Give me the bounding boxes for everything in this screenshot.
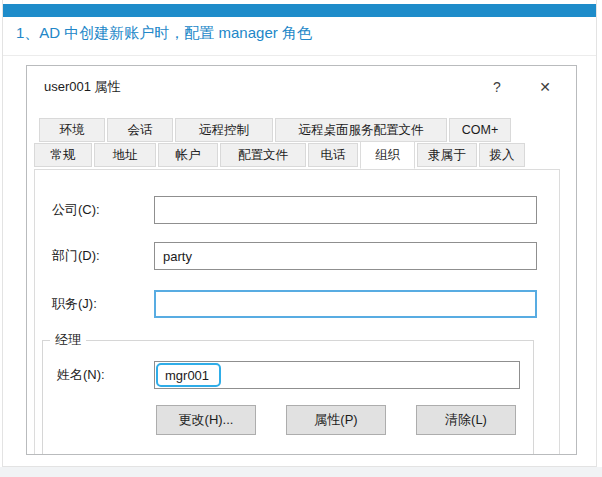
tab-general[interactable]: 常规: [34, 143, 92, 167]
tab-organization[interactable]: 组织: [360, 141, 415, 169]
titlebar-controls: ? ✕: [486, 76, 556, 98]
company-input[interactable]: [154, 196, 537, 224]
heading-separator: [3, 55, 596, 56]
tab-telephones[interactable]: 电话: [308, 143, 358, 167]
manager-group: 经理 姓名(N): mgr001 更改(H)... 属性(P) 清除(L): [42, 331, 534, 455]
company-field-row: 公司(C):: [52, 196, 559, 224]
department-field-row: 部门(D):: [52, 242, 559, 270]
tab-content-pane: 公司(C): 部门(D): 职务(J): 经理 姓名(N): mgr001: [34, 169, 560, 455]
properties-button[interactable]: 属性(P): [286, 405, 386, 435]
tab-environment[interactable]: 环境: [39, 118, 105, 142]
tab-address[interactable]: 地址: [94, 143, 156, 167]
accent-bar: [3, 4, 596, 17]
section-heading: 1、AD 中创建新账户时，配置 manager 角色: [16, 24, 312, 43]
manager-buttons-row: 更改(H)... 属性(P) 清除(L): [156, 405, 533, 435]
properties-dialog: user001 属性 ? ✕ 环境 会话 远程控制 远程桌面服务配置文件 COM…: [26, 65, 577, 455]
department-label: 部门(D):: [52, 247, 154, 265]
manager-name-label: 姓名(N):: [57, 366, 154, 384]
manager-name-row: 姓名(N): mgr001: [57, 361, 533, 389]
tab-profile[interactable]: 配置文件: [220, 143, 306, 167]
tab-member-of[interactable]: 隶属于: [417, 143, 477, 167]
tab-account[interactable]: 帐户: [158, 143, 218, 167]
content-card: 1、AD 中创建新账户时，配置 manager 角色 user001 属性 ? …: [2, 0, 597, 467]
manager-name-input[interactable]: mgr001: [154, 361, 520, 389]
job-title-input[interactable]: [154, 290, 537, 318]
change-button[interactable]: 更改(H)...: [156, 405, 256, 435]
help-button[interactable]: ?: [486, 76, 508, 98]
tab-row-2: 常规 地址 帐户 配置文件 电话 组织 隶属于 拨入: [34, 143, 576, 169]
dialog-title: user001 属性: [44, 78, 121, 96]
clear-button[interactable]: 清除(L): [416, 405, 516, 435]
company-label: 公司(C):: [52, 201, 154, 219]
job-title-field-row: 职务(J):: [52, 290, 559, 318]
department-input[interactable]: [154, 242, 537, 270]
tab-rds-profile[interactable]: 远程桌面服务配置文件: [275, 118, 447, 142]
page-background-strip: [0, 467, 602, 477]
manager-group-legend: 经理: [50, 331, 86, 349]
tab-row-1: 环境 会话 远程控制 远程桌面服务配置文件 COM+: [39, 118, 576, 142]
tab-sessions[interactable]: 会话: [107, 118, 173, 142]
close-button[interactable]: ✕: [534, 76, 556, 98]
job-title-label: 职务(J):: [52, 295, 154, 313]
dialog-titlebar: user001 属性 ? ✕: [27, 66, 576, 108]
manager-name-highlight: mgr001: [156, 363, 221, 387]
tab-remote-control[interactable]: 远程控制: [175, 118, 273, 142]
tab-com-plus[interactable]: COM+: [449, 118, 511, 142]
tab-dial-in[interactable]: 拨入: [479, 143, 525, 167]
